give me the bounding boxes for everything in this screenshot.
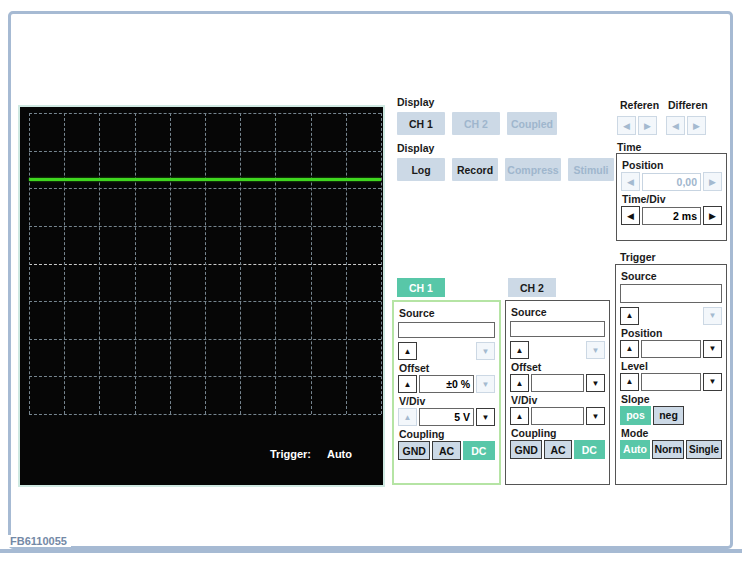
scope-grid: [29, 113, 381, 414]
ch1-source-label: Source: [399, 307, 495, 319]
down-arrow-icon: ▼: [482, 413, 490, 422]
trigger-source-input[interactable]: [620, 284, 722, 303]
down-arrow-icon: ▼: [709, 344, 717, 353]
ch2-source-up-button[interactable]: ▲: [510, 341, 529, 359]
trigger-level-label: Level: [621, 360, 722, 372]
up-arrow-icon: ▲: [626, 311, 634, 320]
trigger-mode-norm-button[interactable]: Norm: [652, 440, 684, 459]
ch2-vdiv-down-button[interactable]: ▼: [586, 407, 605, 425]
trigger-position-up-button[interactable]: ▲: [620, 340, 639, 358]
ch1-panel: Source ▲ ▼ Offset ▲ ±0 % ▼ V/Div ▲ 5 V ▼…: [392, 300, 501, 485]
ch1-source-input[interactable]: [398, 322, 495, 338]
difference-label: Differen: [668, 99, 708, 111]
grid-line-vertical: [381, 113, 382, 414]
ch1-offset-up-button[interactable]: ▲: [398, 375, 417, 393]
right-arrow-icon: ▶: [693, 121, 700, 131]
display-channel-title: Display: [397, 96, 434, 108]
trigger-readout-value: Auto: [327, 448, 352, 460]
trigger-mode-label: Mode: [621, 427, 722, 439]
up-arrow-icon: ▲: [626, 344, 634, 353]
ch2-coupling-gnd-button[interactable]: GND: [510, 440, 542, 459]
reference-label: Referen: [620, 99, 659, 111]
trigger-level-value: [641, 373, 701, 391]
trigger-readout-label: Trigger:: [270, 448, 311, 460]
trigger-slope-label: Slope: [621, 393, 722, 405]
grid-line-horizontal: [29, 414, 381, 415]
ch2-offset-down-button[interactable]: ▼: [586, 374, 605, 392]
difference-prev-button: ◀: [666, 116, 685, 135]
ch1-trace: [29, 178, 381, 181]
trigger-slope-neg-button[interactable]: neg: [653, 406, 684, 425]
reference-prev-button: ◀: [617, 116, 636, 135]
ch1-coupling-ac-button[interactable]: AC: [432, 441, 460, 460]
ch2-vdiv-up-button[interactable]: ▲: [510, 407, 529, 425]
trigger-source-up-button[interactable]: ▲: [620, 307, 639, 325]
ch2-source-label: Source: [511, 306, 605, 318]
trigger-source-label: Source: [621, 270, 722, 282]
grid-line-vertical: [170, 113, 171, 414]
down-arrow-icon: ▼: [709, 377, 717, 386]
ch2-tab[interactable]: CH 2: [508, 278, 556, 297]
time-position-increment-button: ▶: [703, 172, 722, 191]
time-div-value: 2 ms: [642, 207, 701, 225]
trigger-position-down-button[interactable]: ▼: [703, 340, 722, 358]
ch2-source-input[interactable]: [510, 321, 605, 337]
down-arrow-icon: ▼: [482, 347, 490, 356]
ch2-coupling-dc-button[interactable]: DC: [574, 440, 605, 459]
up-arrow-icon: ▲: [516, 379, 524, 388]
right-arrow-icon: ▶: [709, 177, 716, 187]
trigger-panel: Source ▲ ▼ Position ▲ ▼ Level ▲ ▼ Slope …: [615, 264, 727, 485]
ch2-offset-value: [531, 374, 584, 392]
trigger-slope-pos-button[interactable]: pos: [620, 406, 651, 425]
record-button[interactable]: Record: [452, 158, 498, 181]
left-arrow-icon: ◀: [623, 121, 630, 131]
log-button[interactable]: Log: [397, 158, 445, 181]
ch1-coupling-label: Coupling: [399, 428, 495, 440]
display-ch1-button[interactable]: CH 1: [397, 112, 445, 135]
ch1-source-up-button[interactable]: ▲: [398, 342, 417, 360]
ch2-source-down-button: ▼: [586, 341, 605, 359]
down-arrow-icon: ▼: [592, 379, 600, 388]
left-arrow-icon: ◀: [627, 211, 634, 221]
ch1-coupling-dc-button[interactable]: DC: [463, 441, 495, 460]
stimuli-button: Stimuli: [568, 158, 614, 181]
trigger-position-label: Position: [621, 327, 722, 339]
grid-line-vertical: [99, 113, 100, 414]
ch2-coupling-ac-button[interactable]: AC: [544, 440, 571, 459]
grid-line-vertical: [205, 113, 206, 414]
trigger-readout: Trigger: Auto: [270, 448, 352, 460]
time-position-decrement-button: ◀: [621, 172, 640, 191]
ch1-offset-label: Offset: [399, 362, 495, 374]
ch2-vdiv-value: [531, 407, 584, 425]
trigger-mode-single-button[interactable]: Single: [686, 440, 722, 459]
up-arrow-icon: ▲: [626, 377, 634, 386]
trigger-mode-auto-button[interactable]: Auto: [620, 440, 650, 459]
grid-line-vertical: [275, 113, 276, 414]
ch2-coupling-label: Coupling: [511, 427, 605, 439]
trigger-level-down-button[interactable]: ▼: [703, 373, 722, 391]
grid-line-vertical: [240, 113, 241, 414]
display-coupled-button: Coupled: [507, 112, 557, 135]
grid-line-vertical: [311, 113, 312, 414]
down-arrow-icon: ▼: [709, 311, 717, 320]
time-div-decrement-button[interactable]: ◀: [621, 206, 640, 225]
ch2-offset-up-button[interactable]: ▲: [510, 374, 529, 392]
ch1-tab[interactable]: CH 1: [397, 278, 445, 297]
down-arrow-icon: ▼: [592, 346, 600, 355]
compress-button: Compress: [505, 158, 561, 181]
time-div-increment-button[interactable]: ▶: [703, 206, 722, 225]
up-arrow-icon: ▲: [516, 346, 524, 355]
ch1-vdiv-down-button[interactable]: ▼: [476, 408, 495, 426]
time-panel-title: Time: [617, 141, 641, 153]
bottom-divider: [0, 549, 742, 553]
display-ch2-button: CH 2: [452, 112, 500, 135]
ch1-vdiv-up-button: ▲: [398, 408, 417, 426]
up-arrow-icon: ▲: [404, 413, 412, 422]
grid-line-vertical: [135, 113, 136, 414]
trigger-source-down-button: ▼: [703, 307, 722, 325]
trigger-panel-title: Trigger: [620, 251, 656, 263]
difference-next-button: ▶: [687, 116, 706, 135]
ch2-vdiv-label: V/Div: [511, 394, 605, 406]
trigger-level-up-button[interactable]: ▲: [620, 373, 639, 391]
ch1-coupling-gnd-button[interactable]: GND: [398, 441, 430, 460]
